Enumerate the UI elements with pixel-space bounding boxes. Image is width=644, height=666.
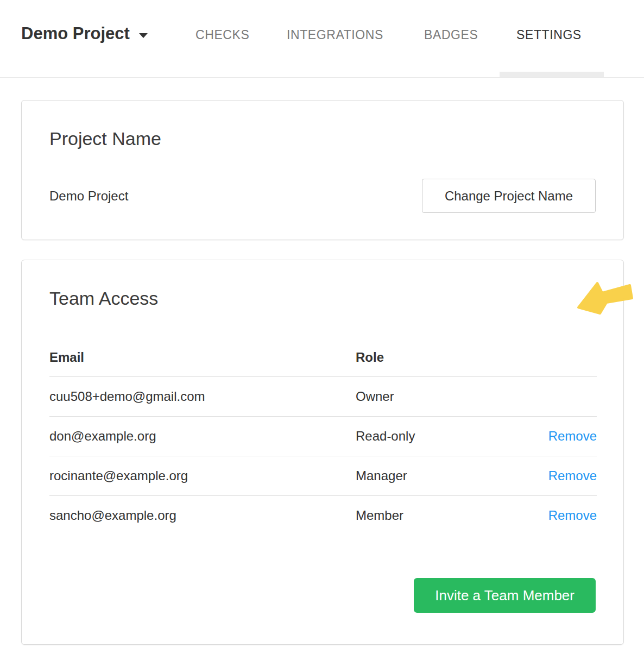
project-switcher[interactable]: Demo Project: [21, 24, 148, 43]
team-member-row: don@example.org Read-only Remove: [49, 417, 597, 456]
team-access-card: Team Access Email Role cuu508+demo@gmail…: [21, 260, 624, 645]
member-email: don@example.org: [49, 417, 356, 456]
member-role: Read-only: [356, 417, 508, 456]
project-name-value: Demo Project: [49, 189, 128, 204]
project-switcher-label: Demo Project: [21, 24, 130, 43]
project-name-card: Project Name Demo Project Change Project…: [21, 100, 624, 240]
team-access-card-title: Team Access: [22, 260, 623, 310]
team-member-row: rocinante@example.org Manager Remove: [49, 456, 597, 496]
change-project-name-button[interactable]: Change Project Name: [422, 179, 596, 213]
table-header-row: Email Role: [49, 334, 597, 377]
member-email: rocinante@example.org: [49, 456, 356, 496]
member-role: Owner: [356, 377, 508, 417]
team-table-body: cuu508+demo@gmail.com Owner don@example.…: [49, 377, 597, 536]
tab-integrations[interactable]: INTEGRATIONS: [287, 28, 383, 42]
member-role: Member: [356, 496, 508, 536]
settings-active-tab-indicator: [500, 72, 604, 77]
remove-member-link[interactable]: Remove: [548, 429, 597, 443]
settings-content: Project Name Demo Project Change Project…: [0, 78, 644, 645]
chevron-down-icon: [139, 33, 148, 38]
project-name-row: Demo Project Change Project Name: [49, 179, 596, 213]
top-navbar: Demo Project CHECKS INTEGRATIONS BADGES …: [0, 0, 644, 78]
tab-badges[interactable]: BADGES: [424, 28, 478, 42]
tab-checks[interactable]: CHECKS: [195, 28, 249, 42]
invite-team-member-button[interactable]: Invite a Team Member: [414, 578, 596, 613]
team-member-row: sancho@example.org Member Remove: [49, 496, 597, 536]
role-column-header: Role: [356, 334, 508, 377]
actions-column-header: [508, 334, 597, 377]
team-member-row: cuu508+demo@gmail.com Owner: [49, 377, 597, 417]
project-name-card-title: Project Name: [22, 100, 623, 150]
member-role: Manager: [356, 456, 508, 496]
team-members-table: Email Role cuu508+demo@gmail.com Owner d…: [49, 334, 597, 535]
remove-member-link[interactable]: Remove: [548, 508, 597, 523]
invite-button-row: Invite a Team Member: [49, 578, 596, 613]
member-email: sancho@example.org: [49, 496, 356, 536]
email-column-header: Email: [49, 334, 356, 377]
remove-member-link[interactable]: Remove: [548, 468, 597, 483]
tab-settings[interactable]: SETTINGS: [516, 28, 582, 42]
member-email: cuu508+demo@gmail.com: [49, 377, 356, 417]
